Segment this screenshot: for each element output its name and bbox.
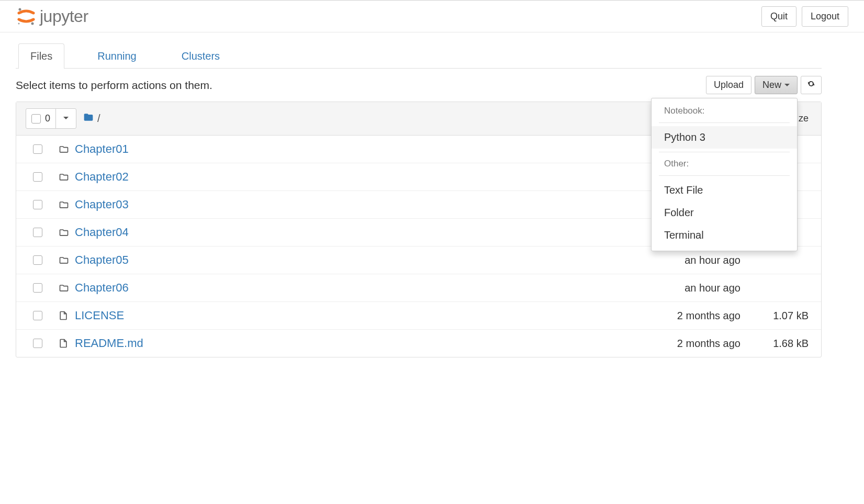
new-button[interactable]: New	[755, 76, 798, 94]
file-name-cell: Chapter04	[58, 226, 615, 239]
dropdown-item-terminal[interactable]: Terminal	[652, 224, 797, 247]
folder-icon	[58, 199, 70, 210]
checkbox-icon	[31, 114, 41, 124]
main-container: Files Running Clusters Select items to p…	[0, 43, 837, 357]
file-link[interactable]: Chapter03	[75, 198, 129, 211]
quit-button[interactable]: Quit	[761, 6, 796, 27]
upload-button[interactable]: Upload	[706, 76, 751, 94]
breadcrumb-separator: /	[97, 113, 100, 125]
file-checkbox[interactable]	[33, 311, 42, 320]
file-icon	[58, 338, 70, 349]
folder-home-icon[interactable]	[83, 112, 94, 125]
file-checkbox[interactable]	[33, 283, 42, 293]
action-buttons: Upload New Notebook: Python 3 Other:	[706, 76, 822, 94]
file-row: Chapter06an hour ago	[16, 274, 821, 302]
jupyter-logo-icon	[16, 6, 37, 27]
file-modified: 2 months ago	[615, 338, 740, 350]
dropdown-item-python3[interactable]: Python 3	[652, 126, 797, 149]
file-icon	[58, 310, 70, 321]
file-link[interactable]: Chapter06	[75, 281, 129, 295]
file-row: LICENSE2 months ago1.07 kB	[16, 302, 821, 330]
file-checkbox[interactable]	[33, 144, 42, 154]
file-row: README.md2 months ago1.68 kB	[16, 330, 821, 357]
svg-point-1	[31, 23, 34, 25]
file-link[interactable]: Chapter05	[75, 253, 129, 267]
header: jupyter Quit Logout	[0, 1, 864, 32]
folder-icon	[58, 227, 70, 238]
file-checkbox[interactable]	[33, 228, 42, 237]
file-name-cell: Chapter01	[58, 142, 615, 156]
select-dropdown[interactable]	[56, 109, 76, 128]
tab-running[interactable]: Running	[85, 43, 149, 69]
caret-down-icon	[63, 117, 69, 119]
file-modified: an hour ago	[615, 282, 740, 294]
file-name-cell: README.md	[58, 337, 615, 350]
tab-files[interactable]: Files	[18, 43, 64, 69]
file-modified: an hour ago	[615, 254, 740, 266]
folder-icon	[58, 283, 70, 293]
file-name-cell: Chapter02	[58, 170, 615, 184]
file-size: 1.07 kB	[740, 310, 809, 322]
file-link[interactable]: README.md	[75, 337, 143, 350]
dropdown-divider	[659, 175, 790, 176]
file-name-cell: Chapter06	[58, 281, 615, 295]
file-link[interactable]: Chapter04	[75, 226, 129, 239]
svg-point-0	[19, 8, 21, 11]
list-header-left: 0 /	[26, 108, 100, 129]
file-name-cell: Chapter03	[58, 198, 615, 211]
refresh-icon	[806, 80, 816, 91]
dropdown-divider	[659, 122, 790, 123]
folder-icon	[58, 255, 70, 265]
svg-point-2	[18, 23, 20, 25]
jupyter-logo-text: jupyter	[40, 7, 88, 26]
refresh-button[interactable]	[801, 76, 822, 94]
new-dropdown-menu: Notebook: Python 3 Other: Text File Fold…	[651, 98, 798, 251]
file-link[interactable]: Chapter02	[75, 170, 129, 184]
tabs-wrapper: Files Running Clusters	[16, 43, 822, 69]
action-help-text: Select items to perform actions on them.	[16, 79, 212, 92]
file-size: 1.68 kB	[740, 338, 809, 350]
folder-icon	[58, 144, 70, 154]
caret-down-icon	[784, 84, 790, 86]
dropdown-divider	[659, 152, 790, 152]
header-buttons: Quit Logout	[761, 6, 848, 27]
folder-icon	[58, 172, 70, 182]
jupyter-logo[interactable]: jupyter	[16, 6, 88, 27]
dropdown-item-textfile[interactable]: Text File	[652, 179, 797, 201]
logout-button[interactable]: Logout	[802, 6, 848, 27]
tab-clusters[interactable]: Clusters	[170, 43, 232, 69]
breadcrumb: /	[83, 112, 100, 125]
select-all-box: 0	[26, 108, 76, 129]
sort-by-size[interactable]: ze	[799, 113, 809, 124]
file-checkbox[interactable]	[33, 339, 42, 348]
select-all-check[interactable]: 0	[26, 109, 56, 128]
action-row: Select items to perform actions on them.…	[16, 69, 822, 102]
file-name-cell: Chapter05	[58, 253, 615, 267]
dropdown-header-notebook: Notebook:	[652, 103, 797, 119]
file-checkbox[interactable]	[33, 255, 42, 265]
file-checkbox[interactable]	[33, 172, 42, 182]
file-modified: 2 months ago	[615, 310, 740, 322]
tabs: Files Running Clusters	[18, 43, 822, 68]
dropdown-item-folder[interactable]: Folder	[652, 201, 797, 224]
file-name-cell: LICENSE	[58, 309, 615, 322]
new-button-label: New	[762, 80, 781, 91]
file-link[interactable]: LICENSE	[75, 309, 124, 322]
dropdown-header-other: Other:	[652, 155, 797, 172]
file-link[interactable]: Chapter01	[75, 142, 129, 156]
file-checkbox[interactable]	[33, 200, 42, 209]
selected-count: 0	[45, 113, 50, 124]
